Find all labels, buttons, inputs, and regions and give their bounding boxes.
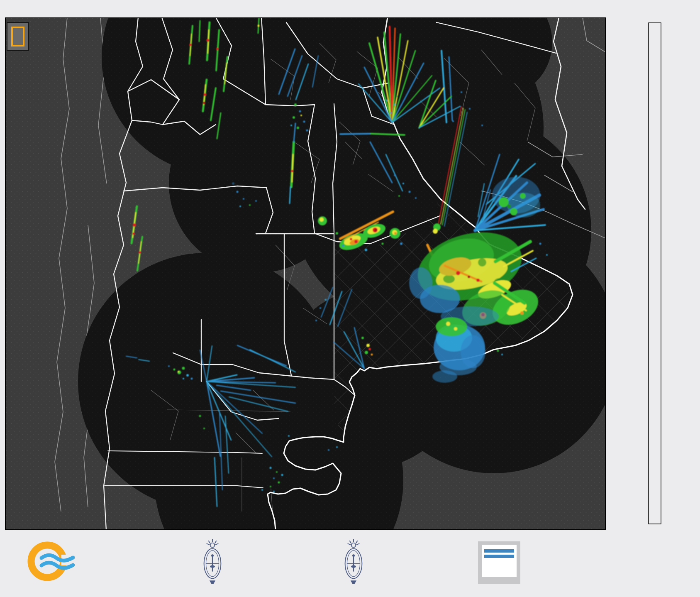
inta-logo xyxy=(478,541,520,584)
warning-banner-text xyxy=(11,27,24,46)
inta-logo-inner xyxy=(482,545,517,577)
defensa-coat-of-arms-icon xyxy=(198,535,227,590)
warning-banner[interactable] xyxy=(7,22,29,51)
dbz-colorbar xyxy=(644,17,700,550)
smn-logo xyxy=(25,540,75,585)
inta-bar-2 xyxy=(484,555,514,558)
radar-map-svg xyxy=(5,17,606,530)
radar-mosaic-page: { "title": "Mosaico ZH MAX [dBZ] 22.10.2… xyxy=(0,0,700,597)
radar-map xyxy=(5,17,606,530)
colorbar-scale xyxy=(649,23,661,524)
economia-coat-of-arms-icon xyxy=(339,535,368,590)
inta-bar-1 xyxy=(484,549,514,553)
